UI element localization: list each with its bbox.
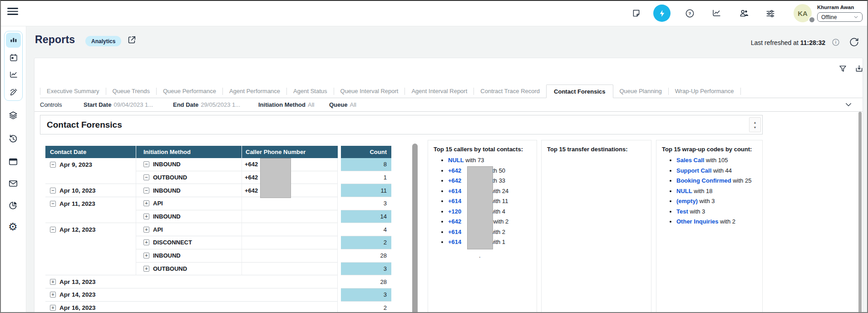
filter-queue[interactable]: QueueAll [329,101,356,108]
tab-contact-forensics[interactable]: Contact Forensics [546,84,613,98]
wrapup-link[interactable]: NULL [676,188,692,194]
count-cell: 11 [341,184,391,197]
caller-link[interactable]: +614 [448,238,461,245]
expand-box-icon[interactable]: + [143,214,149,219]
collapse-box-icon[interactable]: − [50,227,56,233]
col-contact-date: Contact Date [45,146,136,158]
tab-agent-status[interactable]: Agent Status [287,85,333,98]
collapse-box-icon[interactable]: − [143,161,149,167]
collapse-box-icon[interactable]: − [50,188,56,194]
expand-box-icon[interactable]: + [143,253,149,258]
expand-box-icon[interactable]: + [50,292,56,298]
sidebar-item-window[interactable] [8,157,18,167]
sidebar-item-layers[interactable] [8,110,18,120]
expand-box-icon[interactable]: + [143,266,149,272]
collapse-box-icon[interactable]: − [50,162,56,168]
controls-collapse-chevron-icon[interactable] [844,100,853,109]
filter-initiation-method[interactable]: Initiation MethodAll [258,101,314,108]
refresh-icon[interactable] [849,37,859,47]
controls-label: Controls [40,101,62,108]
wrapup-link[interactable]: Test [676,208,688,215]
caller-link[interactable]: +120 [448,208,461,215]
caller-link[interactable]: +614 [448,229,461,235]
wrapup-link[interactable]: Sales Call [676,157,704,164]
caller-link[interactable]: +614 [448,188,461,194]
status-dot [809,16,815,23]
section-heading: Contact Forensics ▲ ▼ [40,115,763,134]
panel-footnote: . [428,252,537,259]
tab-queue-performance[interactable]: Queue Performance [157,85,222,98]
list-item: Other Inquiries with 2 [676,218,762,225]
filter-icon[interactable] [838,64,848,74]
analytics-badge: Analytics [85,36,121,46]
sidebar-item-pie-chart[interactable] [8,200,18,210]
expand-box-icon[interactable]: + [50,279,56,285]
bolt-icon[interactable] [653,5,671,22]
tab-contract-trace-record[interactable]: Contract Trace Record [474,85,546,98]
status-select[interactable]: Offline [817,12,863,22]
count-cell: 3 [341,288,391,302]
info-icon[interactable]: i [832,38,840,46]
collapse-box-icon[interactable]: − [50,201,56,207]
mail-icon [8,179,18,189]
col-initiation-method: Initiation Method [136,146,242,158]
panel-top-callers: Top 15 callers by total contacts: NULL w… [428,140,537,313]
card-scrollbar[interactable] [858,112,862,313]
sidebar-item-history[interactable] [8,134,18,144]
sidebar-item-settings[interactable]: ⚙ [8,222,18,232]
section-title: Contact Forensics [47,120,122,130]
external-link-icon[interactable] [127,35,137,45]
sidebar-item-reports[interactable] [6,33,21,48]
sidebar-item-mail[interactable] [8,179,18,189]
spinner-up-icon[interactable]: ▲ [754,121,757,124]
collapse-box-icon[interactable]: − [143,174,149,180]
count-cell: 3 [341,263,391,276]
expand-box-icon[interactable]: + [143,239,149,245]
tab-queue-trends[interactable]: Queue Trends [106,85,156,98]
menu-icon[interactable] [7,8,18,15]
tab-agent-performance[interactable]: Agent Performance [223,85,286,98]
sidebar-item-calendar[interactable] [6,50,21,65]
contact-forensics-table: Contact Date Initiation Method Caller Ph… [45,146,402,313]
note-icon[interactable] [631,9,641,18]
svg-text:i: i [835,40,837,45]
help-icon[interactable]: ? [685,9,695,18]
sidebar-analytics-group [4,31,23,101]
caller-link[interactable]: +642 [448,218,461,225]
tab-wrap-up-performance[interactable]: Wrap-Up Performance [669,85,740,98]
download-icon[interactable] [854,64,863,74]
table-row: −Apr 11, 2023 +API 3 [45,197,402,210]
expand-box-icon[interactable]: + [143,227,149,233]
count-cell: 8 [341,158,391,171]
spinner-down-icon[interactable]: ▼ [754,126,757,129]
wrapup-link[interactable]: Support Call [676,167,711,174]
users-icon[interactable] [739,8,749,18]
metrics-icon[interactable] [712,9,721,18]
caller-link[interactable]: NULL [448,157,464,164]
redaction-overlay [260,158,291,198]
panel-transfer-destinations: Top 15 transfer destinations: [541,140,651,313]
collapse-box-icon[interactable]: − [143,188,149,194]
list-item: Booking Confirmed with 25 [676,177,762,184]
count-cell: 1 [341,171,391,184]
heading-spinner: ▲ ▼ [749,117,761,132]
filter-start-date[interactable]: Start Date09/04/2023 1... [84,101,153,108]
caller-link[interactable]: +614 [448,198,461,204]
sliders-icon[interactable] [765,9,775,19]
sidebar-item-line-chart[interactable] [6,67,21,82]
tab-queue-interval-report[interactable]: Queue Interval Report [334,85,405,98]
caller-link[interactable]: +642 [448,177,461,184]
tab-agent-interval-report[interactable]: Agent Interval Report [405,85,473,98]
wrapup-link[interactable]: Other Inquiries [676,218,718,225]
expand-box-icon[interactable]: + [50,305,56,311]
sidebar-item-design[interactable] [6,84,21,99]
tab-executive-summary[interactable]: Executive Summary [40,85,106,98]
table-scrollbar[interactable] [412,144,418,313]
filter-end-date[interactable]: End Date29/05/2023 1... [173,101,240,108]
wrapup-link[interactable]: Booking Confirmed [676,177,731,184]
expand-box-icon[interactable]: + [143,200,149,206]
wrapup-link[interactable]: (empty) [676,198,698,204]
window-icon [8,157,18,167]
caller-link[interactable]: +642 [448,167,461,174]
tab-queue-planning[interactable]: Queue Planning [613,85,668,98]
